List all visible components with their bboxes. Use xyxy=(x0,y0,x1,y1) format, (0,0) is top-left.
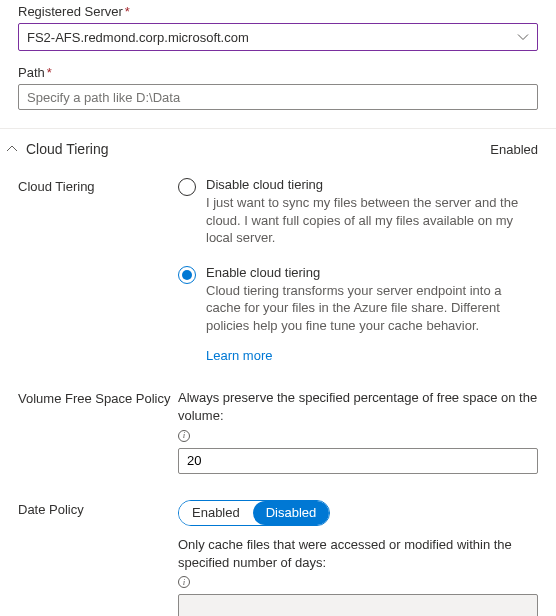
section-status: Enabled xyxy=(490,142,538,157)
required-asterisk: * xyxy=(47,65,52,80)
registered-server-value: FS2-AFS.redmond.corp.microsoft.com xyxy=(27,30,517,45)
info-icon[interactable]: i xyxy=(178,576,190,588)
radio-enable-cloud-tiering[interactable]: Enable cloud tiering Cloud tiering trans… xyxy=(178,265,538,364)
option-description: Cloud tiering transforms your server end… xyxy=(206,282,538,335)
date-policy-label: Date Policy xyxy=(18,500,178,517)
learn-more-link[interactable]: Learn more xyxy=(206,348,272,363)
registered-server-select[interactable]: FS2-AFS.redmond.corp.microsoft.com xyxy=(18,23,538,51)
date-policy-days-input xyxy=(178,594,538,616)
toggle-enabled-option[interactable]: Enabled xyxy=(179,501,253,525)
path-input[interactable] xyxy=(18,84,538,110)
option-label: Enable cloud tiering xyxy=(206,265,538,280)
radio-checked-icon xyxy=(178,266,196,284)
option-description: I just want to sync my files between the… xyxy=(206,194,538,247)
cloud-tiering-section-header[interactable]: Cloud Tiering Enabled xyxy=(0,129,556,169)
toggle-disabled-option[interactable]: Disabled xyxy=(253,501,330,525)
chevron-down-icon xyxy=(517,31,529,43)
option-label: Disable cloud tiering xyxy=(206,177,538,192)
path-label: Path* xyxy=(18,65,538,80)
required-asterisk: * xyxy=(125,4,130,19)
info-icon[interactable]: i xyxy=(178,430,190,442)
cloud-tiering-row-label: Cloud Tiering xyxy=(18,177,178,194)
registered-server-label: Registered Server* xyxy=(18,4,538,19)
date-policy-description: Only cache files that were accessed or m… xyxy=(178,536,538,588)
radio-disable-cloud-tiering[interactable]: Disable cloud tiering I just want to syn… xyxy=(178,177,538,247)
volume-free-space-input[interactable] xyxy=(178,448,538,474)
section-title: Cloud Tiering xyxy=(26,141,109,157)
date-policy-toggle[interactable]: Enabled Disabled xyxy=(178,500,330,526)
volume-policy-description: Always preserve the specified percentage… xyxy=(178,389,538,441)
chevron-up-icon xyxy=(6,143,18,155)
volume-policy-label: Volume Free Space Policy xyxy=(18,389,178,406)
radio-unchecked-icon xyxy=(178,178,196,196)
